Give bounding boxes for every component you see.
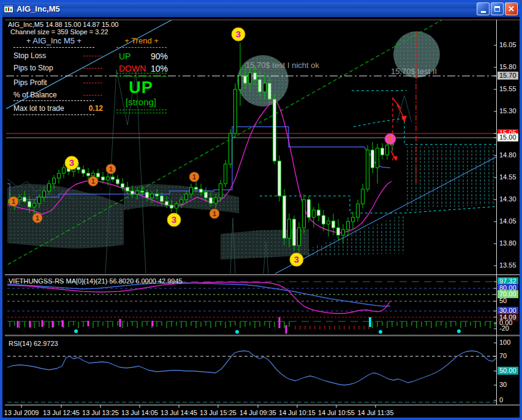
panel-separator	[13, 47, 94, 48]
trend-strength-separator	[116, 73, 167, 77]
price-axis-label: 15.00	[497, 133, 518, 141]
price-axis-label: 15.70	[497, 72, 518, 80]
price-axis-label: 15.30	[499, 107, 516, 115]
max-lot-label: Max lot to trade	[13, 104, 64, 113]
price-axis-label: 13.55	[499, 261, 516, 269]
indicator-pane-2[interactable]	[6, 337, 496, 403]
pips-profit-label: Pips Profit	[13, 78, 47, 87]
trend-separator	[116, 47, 167, 48]
maximize-icon	[494, 6, 500, 12]
pips-profit-value: -------	[83, 78, 103, 87]
trend-down-label: DOWN	[119, 64, 146, 73]
stop-loss-label: Stop Loss	[13, 51, 46, 60]
trend-up-label: UP	[119, 51, 130, 61]
panel-symbol-header: + AIG_Inc M5 +	[11, 36, 97, 45]
annotation-test2[interactable]: 15,70$ test II	[391, 67, 437, 76]
indicator1-axis-label: -20	[499, 324, 509, 332]
channel-readout: Channel size = 359 Slope = 3.22	[10, 28, 108, 36]
price-axis-label: 14.05	[499, 217, 516, 225]
price-axis-label: 15.55	[499, 85, 516, 93]
indicator2-axis-label: 30	[499, 381, 507, 389]
trend-up-value: 90%	[151, 51, 168, 61]
price-axis-label: 13.80	[499, 239, 516, 247]
indicator2-axis-label: 50.00	[497, 367, 518, 375]
price-axis-label: 14.55	[499, 173, 516, 181]
minimize-icon	[481, 11, 486, 13]
trend-strength-separator	[116, 110, 167, 113]
time-axis-label: 13 Jul 14:05	[118, 409, 161, 416]
pips-to-stop-label: Pips to Stop	[13, 64, 53, 72]
time-axis-label: 14 Jul 10:15	[276, 409, 319, 416]
indicator1-label: VIETHUNGSS-RS MA[0](14)(21) 56.8020 6.00…	[9, 277, 183, 285]
minimize-button[interactable]	[477, 2, 490, 15]
price-axis-label: 14.80	[499, 151, 516, 159]
trend-down-value: 10%	[151, 64, 168, 73]
time-axis-label: 13 Jul 14:45	[157, 409, 200, 416]
indicator1-axis-label: 50	[499, 297, 507, 305]
application-window: 33331111112 AIG_Inc,M5 14.88 15.00 14.87…	[0, 0, 522, 420]
indicator2-label: RSI(14) 62.9723	[9, 340, 58, 347]
title-bar[interactable]: AIG_Inc,M5 ✕	[0, 0, 522, 17]
ohlc-readout: AIG_Inc,M5 14.88 15.00 14.87 15.00	[8, 21, 118, 28]
balance-pct-label: % of Balance	[13, 91, 57, 99]
close-icon: ✕	[508, 5, 515, 13]
trend-strength-word: UP	[116, 78, 165, 97]
overlay-layer: AIG_Inc,M5 14.88 15.00 14.87 15.00 Chann…	[2, 2, 522, 420]
maximize-button[interactable]	[491, 2, 504, 15]
window-chart-icon[interactable]	[4, 4, 13, 13]
time-axis-label: 13 Jul 15:25	[197, 409, 240, 416]
price-axis-label: 15.80	[499, 63, 516, 71]
trend-strength-qualifier: [strong]	[112, 97, 170, 107]
time-axis-label: 14 Jul 09:35	[236, 409, 279, 416]
time-axis-label: 13 Jul 12:45	[40, 409, 83, 416]
balance-pct-value: -------	[83, 91, 103, 99]
window-title: AIG_Inc,M5	[17, 4, 60, 13]
annotation-test1[interactable]: 15,70$ test I nicht ok	[246, 61, 319, 70]
pips-to-stop-value: -------	[83, 64, 103, 72]
indicator-pane-1[interactable]	[6, 277, 496, 334]
panel-separator	[13, 114, 94, 115]
time-axis-label: 14 Jul 11:35	[354, 409, 397, 416]
price-axis-label: 16.05	[499, 41, 516, 49]
panel-separator	[13, 100, 94, 101]
time-axis-label: 13 Jul 2009	[0, 409, 43, 416]
price-axis-label: 14.30	[499, 195, 516, 203]
indicator2-axis-label: 0	[499, 396, 503, 404]
trend-header: + Trend +	[115, 36, 168, 45]
stop-loss-value: -------	[83, 51, 103, 60]
max-lot-value: 0.12	[89, 104, 103, 113]
indicator2-axis-label: 70	[499, 352, 507, 360]
indicator2-axis-label: 100	[499, 339, 510, 347]
close-button[interactable]: ✕	[505, 2, 518, 15]
time-axis-label: 13 Jul 13:25	[79, 409, 122, 416]
time-axis-label: 14 Jul 10:55	[315, 409, 358, 416]
